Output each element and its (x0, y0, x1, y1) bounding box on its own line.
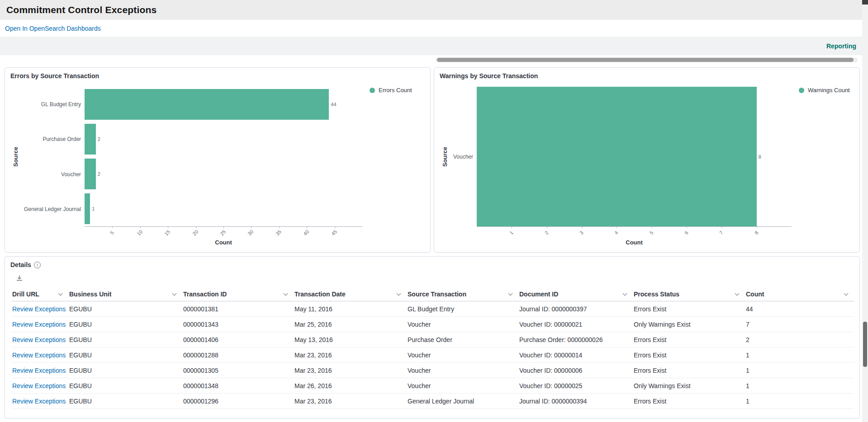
horizontal-scrollbar-thumb[interactable] (437, 58, 854, 62)
x-tick-label: 2 (544, 230, 550, 236)
chevron-down-icon[interactable] (508, 291, 513, 296)
review-exceptions-link[interactable]: Review Exceptions (12, 382, 66, 389)
column-header-count[interactable]: Count (745, 287, 854, 301)
cell-process-status: Only Warnings Exist (633, 378, 745, 394)
horizontal-scrollbar[interactable] (436, 57, 858, 62)
chevron-down-icon[interactable] (397, 291, 401, 296)
cell-drill-url: Review Exceptions (11, 394, 68, 409)
y-axis-label: Source (9, 87, 21, 227)
chevron-down-icon[interactable] (735, 291, 740, 296)
legend-label[interactable]: Warnings Count (808, 87, 850, 94)
cell-document-id: Voucher ID: 00000025 (518, 378, 633, 394)
chart-bar[interactable] (85, 159, 96, 189)
plot-area: Count 812345678 (477, 87, 792, 227)
cell-document-id: Journal ID: 0000000397 (518, 301, 633, 317)
download-icon[interactable] (16, 275, 23, 282)
review-exceptions-link[interactable]: Review Exceptions (12, 321, 66, 328)
cell-transaction-id: 0000001343 (182, 317, 294, 332)
column-header-process-status[interactable]: Process Status (633, 287, 745, 301)
bar-band: 2 (85, 157, 362, 192)
chart-bar[interactable] (477, 87, 757, 226)
vertical-scrollbar[interactable] (862, 0, 868, 422)
page-title: Commitment Control Exceptions (6, 5, 157, 15)
column-header-source-transaction[interactable]: Source Transaction (407, 287, 518, 301)
legend-label[interactable]: Errors Count (379, 87, 412, 94)
cell-count: 1 (745, 378, 854, 394)
info-icon[interactable]: i (34, 262, 41, 268)
cell-source-transaction: Voucher (407, 363, 518, 378)
legend-dot-icon[interactable] (799, 88, 804, 93)
cell-business-unit: EGUBU (68, 317, 182, 332)
cell-transaction-id: 0000001406 (182, 332, 294, 347)
cell-process-status: Only Warnings Exist (633, 317, 745, 332)
column-header-label: Source Transaction (408, 291, 466, 298)
bar-band: 1 (85, 192, 362, 226)
x-tick-mark (721, 226, 722, 228)
bar-value-label: 44 (331, 102, 336, 107)
cell-document-id: Voucher ID: 00000014 (518, 347, 633, 363)
cell-process-status: Errors Exist (633, 347, 745, 363)
x-tick-mark (547, 226, 547, 228)
cell-drill-url: Review Exceptions (11, 301, 68, 317)
chart-bar[interactable] (85, 193, 90, 224)
review-exceptions-link[interactable]: Review Exceptions (12, 398, 66, 405)
review-exceptions-link[interactable]: Review Exceptions (12, 305, 66, 313)
chevron-down-icon[interactable] (58, 291, 63, 296)
cell-transaction-id: 0000001305 (182, 363, 294, 378)
column-header-transaction-id[interactable]: Transaction ID (182, 287, 294, 301)
column-header-label: Transaction ID (183, 291, 227, 298)
x-tick-label: 1 (508, 230, 514, 236)
column-header-drill-url[interactable]: Drill URL (11, 287, 68, 301)
details-header: Details i (5, 260, 859, 269)
cell-business-unit: EGUBU (68, 347, 182, 363)
cell-drill-url: Review Exceptions (11, 317, 68, 332)
chevron-down-icon[interactable] (172, 291, 177, 296)
cell-drill-url: Review Exceptions (11, 332, 68, 347)
cell-source-transaction: General Ledger Journal (407, 394, 518, 409)
column-header-business-unit[interactable]: Business Unit (68, 287, 182, 301)
open-in-opensearch-link[interactable]: Open In OpenSearch Dashboards (5, 25, 101, 32)
review-exceptions-link[interactable]: Review Exceptions (12, 352, 66, 359)
table-row: Review ExceptionsEGUBU0000001296Mar 23, … (11, 394, 854, 409)
column-header-document-id[interactable]: Document ID (518, 287, 633, 301)
column-header-label: Document ID (519, 291, 558, 298)
x-tick-label: 8 (754, 230, 759, 236)
table-row: Review ExceptionsEGUBU0000001305Mar 23, … (11, 363, 854, 378)
cell-transaction-date: Mar 25, 2016 (294, 317, 407, 332)
vertical-scrollbar-thumb[interactable] (863, 322, 867, 367)
cell-count: 1 (745, 347, 854, 363)
scrollbar-gap (0, 55, 868, 67)
cell-document-id: Voucher ID: 00000021 (518, 317, 633, 332)
x-tick-mark (652, 226, 652, 228)
review-exceptions-link[interactable]: Review Exceptions (12, 336, 66, 343)
legend-dot-icon[interactable] (370, 88, 375, 93)
x-tick-mark (335, 226, 335, 228)
errors-chart-panel: Errors by Source Transaction Source GL B… (5, 67, 431, 253)
x-tick-mark (196, 226, 196, 228)
chart-body: Source GL Budget EntryPurchase OrderVouc… (9, 87, 426, 227)
details-panel: Details i Drill URLBusiness UnitTransact… (5, 256, 860, 419)
cell-drill-url: Review Exceptions (11, 363, 68, 378)
bar-value-label: 8 (759, 154, 761, 159)
table-row: Review ExceptionsEGUBU0000001343Mar 25, … (11, 317, 854, 332)
cell-business-unit: EGUBU (68, 332, 182, 347)
chevron-down-icon[interactable] (623, 291, 627, 296)
column-header-transaction-date[interactable]: Transaction Date (294, 287, 407, 301)
legend: Errors Count (362, 87, 426, 227)
cell-transaction-date: Mar 23, 2016 (294, 347, 407, 363)
cell-source-transaction: GL Budget Entry (407, 301, 518, 317)
chevron-down-icon[interactable] (844, 291, 849, 296)
x-tick-mark (307, 226, 307, 228)
y-category-label: General Ledger Journal (21, 192, 81, 227)
cell-business-unit: EGUBU (68, 378, 182, 394)
chart-bar[interactable] (85, 89, 329, 120)
cell-process-status: Errors Exist (633, 363, 745, 378)
reporting-link[interactable]: Reporting (826, 42, 856, 50)
cell-count: 1 (745, 394, 854, 409)
scrollbar-top-cap (862, 0, 868, 5)
chart-bar[interactable] (85, 124, 96, 155)
page-header: Commitment Control Exceptions (0, 0, 868, 20)
chevron-down-icon[interactable] (284, 291, 288, 296)
column-header-label: Business Unit (69, 291, 111, 298)
review-exceptions-link[interactable]: Review Exceptions (12, 367, 66, 374)
